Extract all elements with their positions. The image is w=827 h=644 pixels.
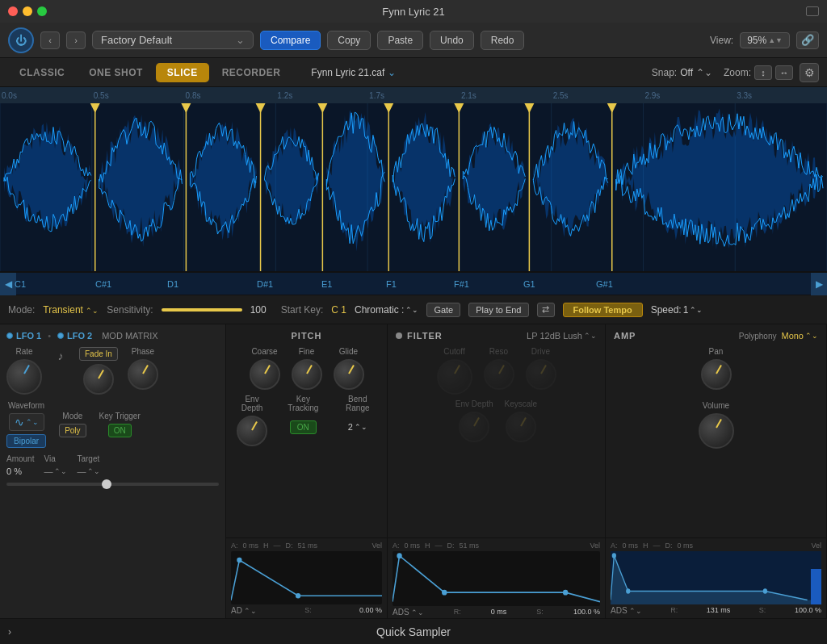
tab-slice[interactable]: SLICE (156, 63, 209, 82)
snap-button[interactable]: Snap: Off ⌃⌄ (652, 67, 712, 78)
svg-point-2 (397, 553, 401, 558)
target-arrow-icon: ⌃⌄ (87, 467, 100, 475)
speed-control[interactable]: Speed: 1 ⌃⌄ (651, 304, 703, 316)
lfo-main-knobs-row: Rate ♪ Fade In Phase (6, 347, 219, 395)
sensitivity-slider[interactable] (162, 308, 242, 312)
copy-button[interactable]: Copy (327, 31, 371, 50)
mod-matrix-tab[interactable]: MOD MATRIX (102, 331, 157, 341)
settings-gear-button[interactable]: ⚙ (800, 63, 819, 82)
amp-env-canvas[interactable] (611, 551, 821, 604)
phase-knob[interactable] (128, 359, 158, 390)
key-label-d1: D1 (167, 279, 178, 289)
speed-arrow-icon: ⌃⌄ (690, 306, 703, 314)
stepper-icon: ▲▼ (768, 36, 783, 44)
amp-volume-knob[interactable] (699, 413, 734, 449)
amount-slider[interactable] (6, 483, 219, 486)
minimize-button[interactable] (23, 6, 32, 16)
bipolar-badge[interactable]: Bipolar (6, 434, 46, 448)
lfo1-tab[interactable]: LFO 1 (6, 331, 41, 341)
filter-drive-knob[interactable] (526, 359, 556, 390)
tab-classic[interactable]: CLASSIC (8, 63, 76, 82)
key-label-e1: E1 (321, 279, 332, 289)
view-percentage[interactable]: 95% ▲▼ (740, 32, 790, 48)
pitch-env-canvas[interactable] (231, 551, 382, 604)
redo-button[interactable]: Redo (481, 31, 525, 50)
filter-env-mode[interactable]: ADS ⌃⌄ (393, 608, 424, 617)
fadein-knob[interactable] (83, 364, 114, 395)
nav-forward-button[interactable]: › (66, 31, 86, 49)
pitch-glide-knob[interactable] (334, 359, 364, 390)
statusbar-arrow-button[interactable]: › (8, 626, 11, 638)
filter-keyscale-knob[interactable] (506, 412, 536, 442)
pitch-keytrack-toggle[interactable]: ON (290, 420, 317, 434)
link-button[interactable]: 🔗 (796, 31, 819, 49)
close-button[interactable] (8, 6, 18, 16)
play-to-end-button[interactable]: Play to End (468, 303, 528, 317)
mode-label: Mode: (8, 304, 35, 316)
undo-button[interactable]: Undo (430, 31, 474, 50)
filter-type-selector[interactable]: LP 12dB Lush ⌃⌄ (527, 331, 597, 341)
pitch-envdepth-group: Env Depth (234, 395, 270, 446)
follow-tempo-button[interactable]: Follow Tempo (563, 303, 643, 317)
keytrigger-toggle[interactable]: ON (108, 424, 132, 437)
pitch-env-mode[interactable]: AD ⌃⌄ (231, 606, 257, 615)
amp-env-mode[interactable]: ADS ⌃⌄ (611, 606, 642, 615)
mode-tabs-bar: CLASSIC ONE SHOT SLICE RECORDER Fynn Lyr… (0, 58, 827, 87)
filter-cutoff-knob[interactable] (437, 359, 472, 395)
pitch-fine-knob[interactable] (292, 359, 322, 390)
svg-point-1 (296, 593, 300, 599)
polyphony-selector[interactable]: Mono ⌃⌄ (781, 331, 818, 341)
compare-button[interactable]: Compare (260, 31, 321, 50)
amp-panel: AMP Polyphony Mono ⌃⌄ Pan (606, 324, 827, 537)
bendrange-arrow-icon: ⌃⌄ (355, 423, 367, 431)
amount-slider-thumb[interactable] (102, 479, 111, 489)
paste-button[interactable]: Paste (377, 31, 423, 50)
statusbar: › Quick Sampler (0, 618, 827, 644)
snap-arrow-icon: ⌃⌄ (696, 67, 712, 78)
via-group: Via — ⌃⌄ (44, 454, 67, 476)
nav-back-button[interactable]: ‹ (40, 31, 60, 49)
pitch-env-row: Env Depth Key Tracking ON Bend Range 2 ⌃… (234, 395, 379, 446)
filter-keyscale-group: Keyscale (505, 399, 538, 442)
statusbar-title: Quick Sampler (376, 625, 451, 638)
window-title: Fynn Lyric 21 (382, 6, 445, 18)
filename-button[interactable]: Fynn Lyric 21.caf ⌄ (303, 64, 404, 82)
maximize-button[interactable] (37, 6, 47, 16)
waveform-display[interactable] (0, 87, 827, 273)
lfo2-tab[interactable]: LFO 2 (57, 331, 92, 341)
power-button[interactable]: ⏻ (8, 27, 34, 53)
panels-area: PITCH Coarse Fine Glide (226, 324, 827, 618)
reverse-button[interactable]: ⇄ (537, 303, 555, 317)
pitch-bendrange-selector[interactable]: 2 ⌃⌄ (348, 422, 367, 432)
chromatic-selector[interactable]: Chromatic : ⌃⌄ (355, 304, 418, 316)
fadein-mode-badge[interactable]: Fade In (79, 347, 118, 361)
key-scroll-right-button[interactable]: ▶ (811, 273, 827, 295)
filter-envdepth-knob[interactable] (459, 412, 489, 442)
zoom-out-button[interactable]: ↔ (775, 65, 793, 80)
pitch-coarse-knob[interactable] (250, 359, 280, 390)
mode-selector[interactable]: Poly (59, 424, 86, 437)
lfo-sync-icon[interactable]: ♪ (52, 347, 69, 365)
tab-oneshot[interactable]: ONE SHOT (78, 63, 154, 82)
target-selector[interactable]: — ⌃⌄ (77, 466, 100, 476)
via-selector[interactable]: — ⌃⌄ (44, 466, 67, 476)
filter-power-dot (396, 332, 402, 339)
gate-button[interactable]: Gate (426, 303, 460, 317)
window-resize-icon[interactable] (806, 6, 819, 16)
pitch-envdepth-knob[interactable] (237, 416, 267, 446)
rate-knob[interactable] (6, 359, 42, 395)
waveform-selector[interactable]: ∿ ⌃⌄ (9, 413, 44, 431)
zoom-in-button[interactable]: ↕ (754, 65, 772, 80)
tab-recorder[interactable]: RECORDER (211, 63, 292, 82)
mode-value[interactable]: Transient ⌃⌄ (43, 304, 99, 316)
pitch-envelope: A: 0 ms H — D: 51 ms Vel (226, 538, 388, 618)
key-label-f1: F1 (386, 279, 397, 289)
amp-volume-group: Volume (614, 401, 818, 449)
filter-env-canvas[interactable] (393, 551, 600, 606)
startkey-value[interactable]: C 1 (331, 304, 346, 316)
amp-pan-knob[interactable] (701, 359, 732, 390)
fadein-knob-group: Fade In (79, 347, 118, 395)
preset-dropdown[interactable]: Factory Default ⌄ (92, 31, 254, 49)
key-scroll-left-button[interactable]: ◀ (0, 273, 16, 295)
filter-reso-knob[interactable] (484, 359, 514, 390)
